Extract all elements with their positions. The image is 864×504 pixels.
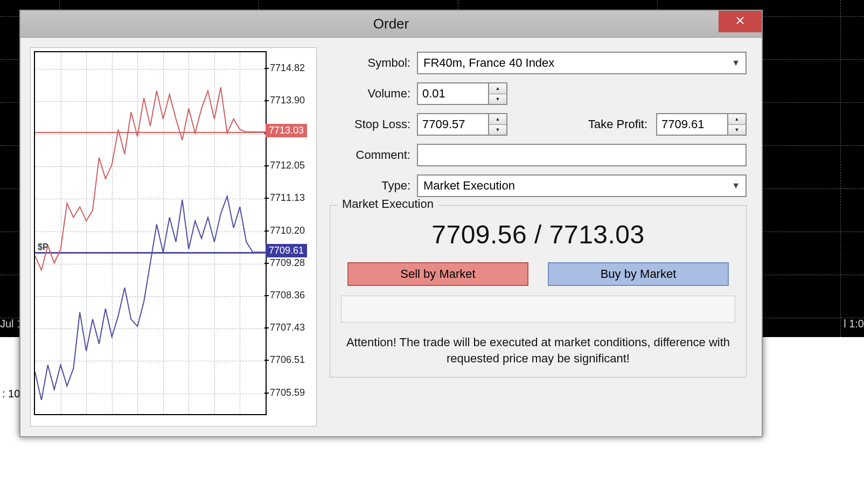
stoploss-up-button[interactable]: ▲ bbox=[489, 114, 506, 125]
sell-button[interactable]: Sell by Market bbox=[347, 262, 528, 286]
stoploss-input[interactable] bbox=[417, 113, 488, 136]
comment-input[interactable] bbox=[417, 144, 747, 166]
quote-display: 7709.56 / 7713.03 bbox=[341, 220, 735, 249]
type-value: Market Execution bbox=[423, 179, 515, 193]
execution-legend: Market Execution bbox=[338, 197, 438, 211]
status-box bbox=[341, 296, 735, 323]
symbol-select[interactable]: FR40m, France 40 Index ▼ bbox=[417, 52, 747, 74]
y-axis-labels: 7714.827713.907712.977712.057711.137710.… bbox=[270, 51, 313, 415]
takeprofit-down-button[interactable]: ▼ bbox=[728, 125, 745, 135]
type-select[interactable]: Market Execution ▼ bbox=[417, 174, 747, 197]
stoploss-spinner[interactable]: ▲ ▼ bbox=[417, 113, 507, 136]
volume-up-button[interactable]: ▲ bbox=[489, 83, 506, 94]
bg-lower-num: : 10 bbox=[2, 388, 20, 400]
order-form: Symbol: FR40m, France 40 Index ▼ Volume:… bbox=[325, 47, 752, 426]
attention-text: Attention! The trade will be executed at… bbox=[341, 334, 735, 366]
bg-date-right: l 1:0 bbox=[844, 318, 864, 330]
takeprofit-spinner[interactable]: ▲ ▼ bbox=[656, 113, 747, 136]
takeprofit-up-button[interactable]: ▲ bbox=[728, 114, 745, 125]
type-label: Type: bbox=[330, 179, 410, 193]
volume-input[interactable] bbox=[417, 82, 488, 105]
takeprofit-input[interactable] bbox=[656, 113, 727, 136]
stoploss-label: Stop Loss: bbox=[330, 117, 410, 131]
chevron-down-icon: ▼ bbox=[731, 181, 740, 191]
symbol-label: Symbol: bbox=[330, 56, 410, 70]
comment-label: Comment: bbox=[330, 148, 410, 162]
dialog-title: Order bbox=[373, 16, 409, 32]
tick-chart[interactable]: $P bbox=[34, 51, 267, 415]
takeprofit-label: Take Profit: bbox=[588, 117, 650, 131]
volume-spinner[interactable]: ▲ ▼ bbox=[417, 82, 507, 105]
market-execution-group: Market Execution 7709.56 / 7713.03 Sell … bbox=[330, 205, 747, 377]
close-icon bbox=[736, 16, 744, 27]
volume-label: Volume: bbox=[330, 87, 410, 101]
titlebar[interactable]: Order bbox=[20, 11, 762, 38]
bid-price-badge: 7709.61 bbox=[266, 244, 307, 257]
buy-button[interactable]: Buy by Market bbox=[548, 262, 729, 286]
chevron-down-icon: ▼ bbox=[731, 58, 740, 68]
symbol-value: FR40m, France 40 Index bbox=[423, 56, 554, 70]
close-button[interactable] bbox=[719, 11, 762, 32]
tick-chart-panel: $P 7714.827713.907712.977712.057711.1377… bbox=[30, 47, 317, 426]
stoploss-down-button[interactable]: ▼ bbox=[489, 125, 506, 135]
volume-down-button[interactable]: ▼ bbox=[489, 94, 506, 104]
order-dialog: Order $P 7714.827713.907712.977712.05771… bbox=[19, 10, 763, 437]
ask-price-badge: 7713.03 bbox=[266, 124, 307, 137]
